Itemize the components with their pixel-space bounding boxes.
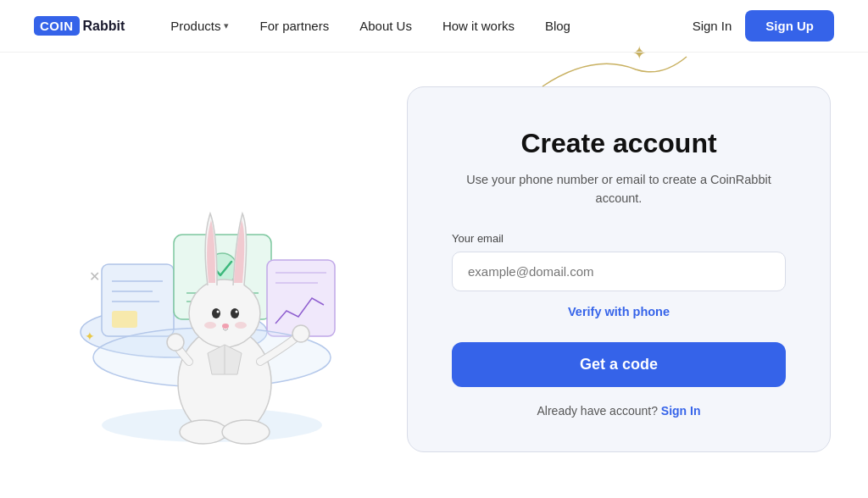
illustration-side: ✕ ✕ ✦ [51,78,407,484]
nav-actions: Sign In Sign Up [693,10,834,42]
nav-item-products[interactable]: Products ▾ [155,19,244,33]
nav-links: Products ▾ For partners About Us How it … [155,19,692,33]
nav-item-howitworks[interactable]: How it works [427,19,530,33]
logo[interactable]: COIN Rabbit [34,16,125,36]
svg-point-27 [180,420,227,444]
form-side: ✦ Create account Use your phone number o… [407,78,831,452]
form-subtitle: Use your phone number or email to create… [452,171,786,208]
svg-point-25 [292,325,309,342]
form-title: Create account [452,128,786,159]
logo-coin: COIN [34,16,80,36]
main-content: ✕ ✕ ✦ ✦ Create account Use your phone nu… [0,53,868,498]
nav-item-aboutus[interactable]: About Us [344,19,427,33]
svg-text:✦: ✦ [85,329,95,343]
already-have-account-text: Already have account? Sign In [452,404,786,418]
svg-point-22 [222,324,229,329]
nav-label-aboutus: About Us [359,19,412,33]
form-card: Create account Use your phone number or … [407,86,831,452]
signup-button[interactable]: Sign Up [745,10,834,42]
rabbit-illustration: ✕ ✕ ✦ [51,95,373,451]
chevron-down-icon: ▾ [224,20,229,31]
nav-item-blog[interactable]: Blog [530,19,586,33]
nav-item-forpartners[interactable]: For partners [244,19,344,33]
svg-point-23 [204,322,216,329]
email-label: Your email [452,232,786,245]
svg-point-17 [189,279,260,347]
svg-point-28 [222,420,270,444]
nav-label-blog: Blog [545,19,570,33]
svg-text:✕: ✕ [89,269,100,284]
email-input[interactable] [452,252,786,291]
nav-label-howitworks: How it works [442,19,515,33]
get-code-button[interactable]: Get a code [452,342,786,387]
verify-phone-link[interactable]: Verify with phone [452,305,786,318]
signin-link[interactable]: Sign In [661,404,701,418]
svg-point-18 [212,308,220,318]
signin-button[interactable]: Sign In [693,19,732,33]
nav-label-products: Products [170,19,220,33]
svg-point-19 [231,308,239,318]
svg-rect-6 [112,311,137,328]
svg-point-20 [217,311,220,313]
svg-point-24 [235,322,247,329]
navbar: COIN Rabbit Products ▾ For partners Abou… [0,0,868,53]
svg-point-21 [236,311,238,313]
logo-rabbit: Rabbit [83,19,125,34]
svg-point-26 [167,334,184,351]
nav-label-forpartners: For partners [259,19,329,33]
